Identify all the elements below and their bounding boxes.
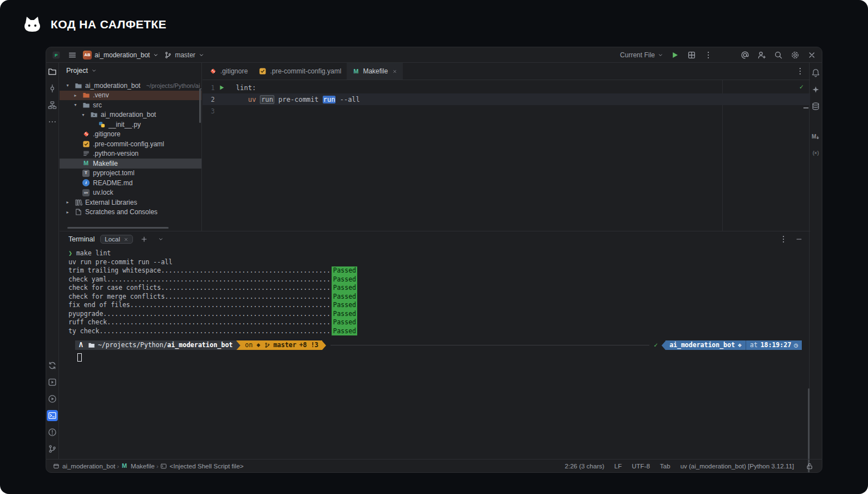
toolwindow-run-toolwindow-button[interactable] bbox=[47, 393, 58, 404]
project-tree-item[interactable]: ▸.venv bbox=[60, 91, 201, 101]
project-widget[interactable]: AB ai_moderation_bot bbox=[83, 51, 159, 60]
main-menu-button[interactable] bbox=[67, 50, 78, 61]
toolwindow-services-button[interactable] bbox=[47, 377, 58, 388]
run-gutter-icon[interactable] bbox=[215, 85, 228, 91]
run-button[interactable] bbox=[669, 50, 680, 61]
tree-item-label: ai_moderation_bot bbox=[85, 82, 140, 90]
chevron-right-icon[interactable]: ▸ bbox=[72, 93, 79, 98]
settings-button[interactable] bbox=[790, 50, 801, 61]
chevron-down-icon[interactable]: ▾ bbox=[80, 112, 87, 117]
terminal-line: ❯make lint bbox=[68, 249, 810, 258]
chevron-right-icon[interactable]: ▸ bbox=[64, 200, 71, 205]
toolwindow-project-button[interactable] bbox=[47, 66, 58, 77]
text-file-icon bbox=[82, 150, 90, 157]
search-everywhere-button[interactable] bbox=[773, 50, 784, 61]
run-configuration-selector[interactable]: Current File bbox=[620, 51, 664, 59]
chevron-right-icon[interactable]: ▸ bbox=[64, 210, 71, 215]
project-tree-item[interactable]: MMakefile bbox=[60, 159, 201, 169]
project-tree-item[interactable]: __init__.py bbox=[60, 120, 201, 130]
project-tree-item[interactable]: uvuv.lock bbox=[60, 188, 201, 198]
folder-pkg-icon bbox=[90, 111, 98, 118]
toolwindow-endpoints-button[interactable]: (×) bbox=[810, 147, 821, 159]
dots-filler: ........................................… bbox=[107, 318, 332, 327]
close-window-button[interactable] bbox=[806, 50, 817, 61]
editor-tab[interactable]: .gitignore bbox=[204, 63, 253, 80]
project-horizontal-scrollbar[interactable] bbox=[67, 227, 169, 229]
project-tree-item[interactable]: ▾ai_moderation_bot bbox=[60, 110, 201, 120]
tab-options-icon[interactable] bbox=[795, 66, 806, 77]
dots-filler: ........................................… bbox=[107, 275, 332, 284]
terminal-options-icon[interactable] bbox=[778, 234, 789, 245]
project-panel-header[interactable]: Project bbox=[60, 63, 201, 78]
toolwindow-database-button[interactable] bbox=[810, 101, 821, 112]
code-editor[interactable]: 1lint:2 uv run pre-commit run --all3 ✓ bbox=[203, 80, 810, 231]
svg-text:M: M bbox=[812, 134, 816, 140]
breadcrumb-project[interactable]: ai_moderation_bot bbox=[53, 463, 115, 470]
chevron-down-icon[interactable] bbox=[155, 234, 166, 245]
project-tree-item[interactable]: Tpyproject.toml bbox=[60, 169, 201, 179]
project-tree-item[interactable]: ▾src bbox=[60, 100, 201, 110]
toolwindow-structure-button[interactable] bbox=[47, 100, 58, 111]
toolwindow-notifications-button[interactable] bbox=[810, 67, 821, 78]
inspection-status-icon[interactable]: ✓ bbox=[800, 83, 803, 91]
toolwindow-problems-button[interactable] bbox=[47, 427, 58, 438]
code-with-me-button[interactable] bbox=[756, 50, 767, 61]
toolwindow-sync-button[interactable] bbox=[47, 360, 58, 371]
breadcrumb-injected[interactable]: <Injected Shell Script file> bbox=[160, 463, 244, 470]
project-tree-item[interactable]: .pre-commit-config.yaml bbox=[60, 139, 201, 149]
breadcrumb-separator: › bbox=[117, 463, 119, 470]
terminal-tab-local[interactable]: Local bbox=[100, 235, 133, 244]
breadcrumb-file[interactable]: MMakefile bbox=[121, 462, 155, 470]
version-control-icon bbox=[48, 444, 57, 453]
chevron-down-icon[interactable]: ▾ bbox=[72, 102, 79, 107]
lock-open-icon[interactable] bbox=[804, 461, 815, 472]
toolwindow-ai-assistant-button[interactable] bbox=[810, 84, 821, 95]
project-tree-item[interactable]: iREADME.md bbox=[60, 178, 201, 188]
new-terminal-button[interactable] bbox=[139, 234, 150, 245]
project-tree-item[interactable]: .python-version bbox=[60, 149, 201, 159]
indent-style[interactable]: Tab bbox=[660, 463, 670, 470]
run-options-button[interactable] bbox=[686, 50, 697, 61]
branch-widget[interactable]: master bbox=[164, 51, 205, 59]
toolwindow-more-tool-windows-button[interactable] bbox=[47, 116, 58, 127]
project-vertical-scrollbar[interactable] bbox=[199, 88, 201, 123]
code-lines: 1lint:2 uv run pre-commit run --all3 bbox=[203, 82, 810, 117]
status-badge: Passed bbox=[332, 275, 357, 284]
caret-position[interactable]: 2:26 (3 chars) bbox=[565, 463, 604, 470]
close-icon[interactable] bbox=[124, 237, 129, 242]
project-tree-item[interactable]: ▸Scratches and Consoles bbox=[60, 208, 201, 218]
code-text: lint: bbox=[236, 84, 256, 92]
project-tree-item[interactable]: .gitignore bbox=[60, 130, 201, 140]
terminal-output[interactable]: ❯make lint uv run pre-commit run --all t… bbox=[60, 247, 810, 460]
more-actions-button[interactable] bbox=[703, 50, 714, 61]
project-tree-item[interactable]: ▸External Libraries bbox=[60, 197, 201, 208]
ide-window: P AB ai_moderation_bot master Current Fi… bbox=[46, 47, 822, 473]
app-logo-button[interactable]: P bbox=[51, 50, 62, 61]
line-separator[interactable]: LF bbox=[614, 463, 622, 470]
svg-text:P: P bbox=[55, 53, 58, 58]
editor-tab[interactable]: MMakefile bbox=[347, 63, 403, 80]
line-number: 3 bbox=[203, 107, 215, 115]
code-token: lint: bbox=[236, 84, 256, 92]
project-tree-item[interactable]: ▾ai_moderation_bot~/projects/Python/ai_m… bbox=[60, 81, 201, 91]
chevron-down-icon[interactable]: ▾ bbox=[64, 83, 71, 88]
ai-assistant-button[interactable] bbox=[739, 50, 751, 61]
close-icon[interactable] bbox=[392, 69, 397, 74]
file-encoding[interactable]: UTF-8 bbox=[632, 463, 650, 470]
minimize-icon[interactable] bbox=[793, 234, 805, 245]
yaml-pre-icon bbox=[259, 67, 267, 75]
terminal-line: check for merge conflicts...............… bbox=[68, 293, 357, 302]
tree-item-label: Scratches and Consoles bbox=[85, 208, 157, 216]
search-everywhere-icon bbox=[774, 51, 783, 60]
toolwindow-markdown-button[interactable]: M bbox=[810, 131, 821, 142]
terminal-icon bbox=[48, 411, 57, 420]
app-logo-icon: P bbox=[52, 51, 61, 60]
toolwindow-commit-button[interactable] bbox=[47, 83, 58, 94]
toolwindow-version-control-button[interactable] bbox=[47, 443, 58, 455]
editor-tab[interactable]: .pre-commit-config.yaml bbox=[253, 63, 347, 80]
project-tool-window: Project ▾ai_moderation_bot~/projects/Pyt… bbox=[60, 63, 202, 231]
branch-icon bbox=[264, 342, 270, 348]
python-interpreter[interactable]: uv (ai_moderation_bot) [Python 3.12.11] bbox=[680, 463, 794, 470]
shell-mini-icon bbox=[160, 463, 167, 470]
toolwindow-terminal-button[interactable] bbox=[47, 410, 58, 421]
